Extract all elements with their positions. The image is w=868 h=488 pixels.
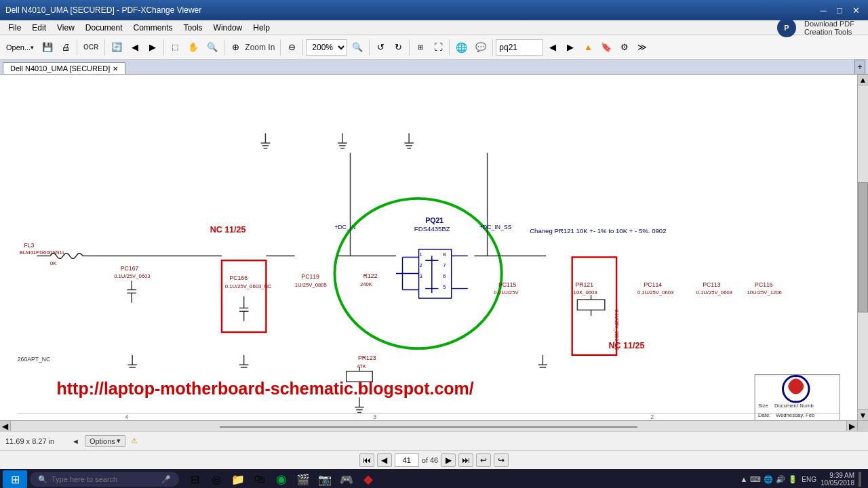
snap-button[interactable]: ⊞ <box>412 38 429 57</box>
taskbar-app-app5[interactable]: ◆ <box>358 470 378 488</box>
print-button[interactable]: 🖨 <box>58 38 74 57</box>
share-button[interactable]: 🌐 <box>452 38 471 57</box>
microphone-icon[interactable]: 🎤 <box>161 475 171 484</box>
next-page-button[interactable]: ▶ <box>441 453 456 467</box>
more-button[interactable]: ≫ <box>634 38 650 57</box>
rotate-left-button[interactable]: ↺ <box>372 38 389 57</box>
svg-text:4: 4 <box>125 413 129 420</box>
highlight-button[interactable]: ▲ <box>580 38 596 57</box>
refresh-button[interactable]: 🔄 <box>108 38 125 57</box>
settings-button[interactable]: ⚙ <box>616 38 633 57</box>
menu-file[interactable]: File <box>3 22 26 34</box>
pdf-tools-icon[interactable]: P <box>777 18 796 37</box>
ocr-button[interactable]: OCR <box>80 38 102 57</box>
save-button[interactable]: 💾 <box>39 38 56 57</box>
sep8 <box>409 39 410 56</box>
prev-page-button[interactable]: ◀ <box>377 453 392 467</box>
watermark-text: http://laptop-motherboard-schematic.blog… <box>57 379 474 398</box>
last-page-button[interactable]: ⏭ <box>458 453 473 467</box>
maximize-button[interactable]: □ <box>833 4 846 16</box>
taskbar-app-app4[interactable]: 🎮 <box>336 470 357 488</box>
tab-label: Dell N4010_UMA [SECURED] <box>10 64 110 73</box>
search-next-button[interactable]: ▶ <box>562 38 578 57</box>
sep3 <box>163 39 164 56</box>
sep5 <box>280 39 281 56</box>
back-nav-button[interactable]: ↩ <box>476 453 491 467</box>
back-button[interactable]: ◀ <box>127 38 143 57</box>
svg-rect-41 <box>419 249 452 298</box>
scroll-up-button[interactable]: ▲ <box>858 75 868 85</box>
forward-nav-button[interactable]: ↪ <box>494 453 509 467</box>
horizontal-scrollbar[interactable]: ◀ ▶ <box>0 420 857 431</box>
search-bar[interactable]: 🔍 🎤 <box>30 472 179 487</box>
menu-edit[interactable]: Edit <box>26 22 52 34</box>
scroll-right-button[interactable]: ▶ <box>846 421 857 431</box>
taskbar-app-app1[interactable]: ◉ <box>271 470 292 488</box>
zoom-out-button[interactable]: ⊖ <box>283 38 300 57</box>
fullscreen-button[interactable]: ⛶ <box>430 38 446 57</box>
first-page-button[interactable]: ⏮ <box>359 453 374 467</box>
comment-button[interactable]: 💬 <box>472 38 490 57</box>
pan-tool[interactable]: ✋ <box>184 38 202 57</box>
open-button[interactable]: Open...▾ <box>3 38 37 57</box>
svg-text:Date:: Date: <box>758 412 770 418</box>
scroll-down-button[interactable]: ▼ <box>858 409 868 420</box>
tray-up-icon[interactable]: ▲ <box>740 475 747 483</box>
lang-label: ENG <box>802 476 816 483</box>
taskbar-app-store[interactable]: 🛍 <box>250 470 270 488</box>
scroll-left-button[interactable]: ◀ <box>0 421 11 431</box>
network-icon[interactable]: 🌐 <box>764 475 773 484</box>
scroll-thumb-h[interactable] <box>220 426 637 428</box>
window-title: Dell N4010_UMA [SECURED] - PDF-XChange V… <box>5 5 201 15</box>
scroll-corner <box>857 420 868 431</box>
svg-text:FDS4435BZ: FDS4435BZ <box>414 225 450 232</box>
taskbar-app-explorer[interactable]: 📁 <box>228 470 248 488</box>
close-button[interactable]: ✕ <box>849 4 863 16</box>
taskbar-app-edge[interactable]: ◎ <box>206 470 226 488</box>
battery-icon[interactable]: 🔋 <box>788 475 797 484</box>
taskbar-app-app2[interactable]: 🎬 <box>293 470 313 488</box>
zoom-dropdown[interactable]: 200% 100% 150% 75% 50% <box>306 39 347 56</box>
zoom-in-button[interactable]: ⊕ <box>227 38 243 57</box>
minimize-button[interactable]: ─ <box>816 4 830 16</box>
show-desktop-button[interactable] <box>859 472 861 487</box>
scroll-thumb-v[interactable] <box>858 182 868 312</box>
svg-text:0.1U/25V_0603: 0.1U/25V_0603 <box>114 273 150 279</box>
new-tab-button[interactable]: + <box>854 60 865 74</box>
forward-button[interactable]: ▶ <box>144 38 161 57</box>
svg-text:0.1U/25V_0603: 0.1U/25V_0603 <box>637 289 673 296</box>
fl3-component: FL3 BLM41PG600SN1L 0K <box>20 242 96 266</box>
menu-document[interactable]: Document <box>80 22 128 34</box>
rotate-right-button[interactable]: ↻ <box>390 38 406 57</box>
select-tool[interactable]: ⬚ <box>167 38 183 57</box>
search-prev-button[interactable]: ◀ <box>545 38 561 57</box>
search-input[interactable] <box>52 475 157 483</box>
taskbar-app-taskview[interactable]: ⊟ <box>184 470 205 488</box>
start-button[interactable]: ⊞ <box>3 470 27 488</box>
volume-icon[interactable]: 🔊 <box>776 475 785 484</box>
menu-tools[interactable]: Tools <box>178 22 208 34</box>
expand-button[interactable]: ◄ <box>72 437 79 445</box>
menu-window[interactable]: Window <box>208 22 248 34</box>
tab-document[interactable]: Dell N4010_UMA [SECURED] ✕ <box>3 62 125 74</box>
search-icon: 🔍 <box>38 475 47 484</box>
menu-help[interactable]: Help <box>248 22 275 34</box>
vertical-scrollbar[interactable]: ▲ ▼ <box>857 75 868 420</box>
menu-comments[interactable]: Comments <box>128 22 178 34</box>
zoom-tool[interactable]: 🔍 <box>203 38 221 57</box>
zoom-fit-button[interactable]: 🔍 <box>349 38 366 57</box>
sep1 <box>77 39 77 56</box>
svg-text:1: 1 <box>420 251 422 258</box>
download-pdf-label[interactable]: Download PDFCreation Tools <box>799 18 860 37</box>
keyboard-icon[interactable]: ⌨ <box>750 475 761 484</box>
options-button[interactable]: Options ▾ <box>85 435 125 447</box>
pq-search-input[interactable] <box>496 39 543 56</box>
page-number-input[interactable] <box>395 453 419 467</box>
sep2 <box>104 39 105 56</box>
taskbar-app-app3[interactable]: 📷 <box>315 470 335 488</box>
svg-text:7: 7 <box>443 262 446 268</box>
sep9 <box>449 39 450 56</box>
tab-close-button[interactable]: ✕ <box>113 65 118 73</box>
bookmark-button[interactable]: 🔖 <box>597 38 615 57</box>
menu-view[interactable]: View <box>52 22 80 34</box>
